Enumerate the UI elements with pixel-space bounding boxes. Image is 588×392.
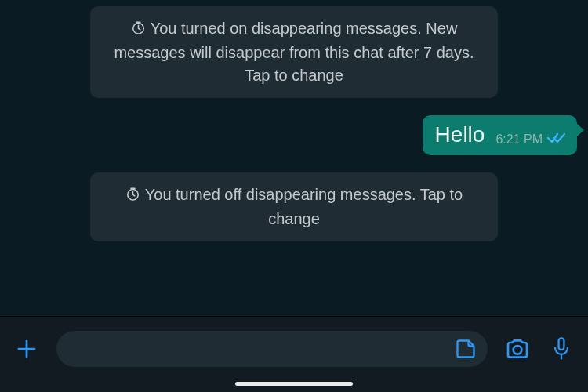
- outgoing-message-bubble[interactable]: Hello 6:21 PM: [423, 115, 577, 155]
- timer-icon: [131, 19, 146, 42]
- plus-icon: [15, 337, 38, 361]
- camera-icon: [505, 336, 530, 361]
- sticker-button[interactable]: [453, 336, 478, 361]
- system-message-disappearing-off[interactable]: You turned off disappearing messages. Ta…: [90, 172, 498, 241]
- timer-icon: [125, 185, 140, 208]
- read-receipt-icon: [547, 132, 566, 147]
- message-time: 6:21 PM: [495, 132, 543, 147]
- svg-rect-3: [559, 338, 564, 350]
- message-row: Hello 6:21 PM: [0, 115, 588, 155]
- composer-bar: [0, 316, 588, 392]
- camera-button[interactable]: [503, 335, 532, 363]
- system-message-text: You turned on disappearing messages. New…: [114, 20, 474, 84]
- attach-button[interactable]: [13, 335, 41, 363]
- message-input-container[interactable]: [56, 331, 488, 367]
- message-meta: 6:21 PM: [495, 132, 566, 147]
- chat-area: You turned on disappearing messages. New…: [0, 0, 588, 316]
- home-indicator[interactable]: [235, 382, 353, 386]
- sticker-icon: [455, 338, 477, 360]
- microphone-icon: [550, 336, 572, 361]
- system-message-text: You turned off disappearing messages. Ta…: [145, 186, 463, 227]
- message-text: Hello: [435, 123, 485, 147]
- system-message-disappearing-on[interactable]: You turned on disappearing messages. New…: [90, 6, 498, 98]
- message-input[interactable]: [71, 341, 453, 358]
- voice-message-button[interactable]: [547, 335, 575, 363]
- svg-point-2: [514, 346, 522, 354]
